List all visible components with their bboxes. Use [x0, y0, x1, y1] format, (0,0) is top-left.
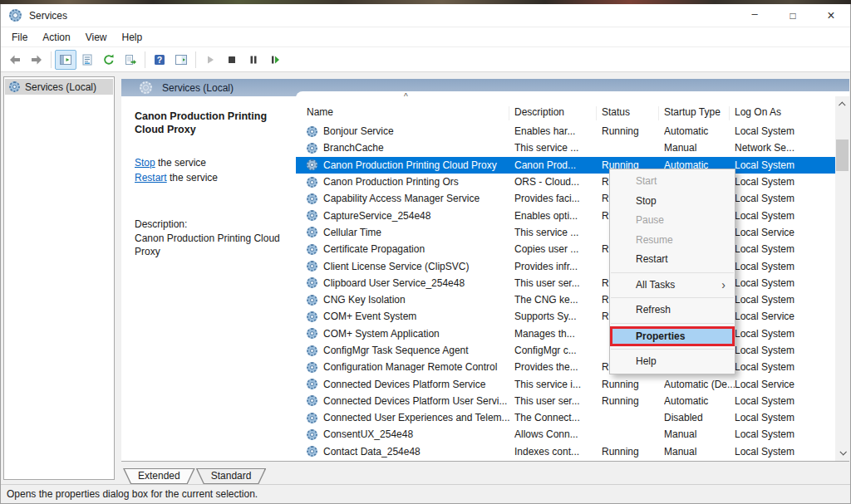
context-menu-item-properties[interactable]: Properties: [610, 326, 735, 346]
service-name-cell: Clipboard User Service_254e48: [307, 277, 514, 289]
table-row[interactable]: Connected User Experiences and Telem...T…: [296, 409, 835, 426]
service-name-cell: Connected Devices Platform Service: [307, 379, 514, 390]
service-gear-icon: [307, 210, 317, 221]
scroll-down-arrow-icon[interactable]: [835, 446, 849, 459]
service-status-cell: Running: [602, 446, 664, 458]
service-log-on-as-cell: Local System: [735, 210, 835, 222]
table-row[interactable]: Client License Service (ClipSVC)Provides…: [296, 257, 835, 274]
show-console-tree-icon[interactable]: [55, 50, 76, 70]
window-title: Services: [29, 10, 67, 22]
service-name-cell: Contact Data_254e48: [307, 446, 514, 458]
service-description-cell: Manages th...: [514, 328, 602, 340]
menu-bar: FileActionViewHelp: [1, 27, 850, 47]
refresh-icon[interactable]: [98, 50, 120, 70]
table-row[interactable]: CaptureService_254e48Enables opti...Runn…: [296, 207, 835, 223]
menu-help[interactable]: Help: [115, 29, 150, 46]
context-menu-item-all-tasks[interactable]: All Tasks›: [610, 276, 735, 296]
service-log-on-as-cell: Local System: [735, 125, 835, 137]
table-row[interactable]: Contact Data_254e48Indexes cont...Runnin…: [296, 443, 835, 460]
service-gear-icon: [307, 429, 317, 440]
column-header-description[interactable]: Description: [514, 91, 602, 123]
menu-separator: [611, 297, 734, 298]
column-header-name[interactable]: Name: [307, 91, 514, 123]
show-action-pane-icon[interactable]: [170, 50, 192, 70]
service-name-cell: ConfigMgr Task Sequence Agent: [307, 345, 514, 356]
menu-view[interactable]: View: [78, 29, 115, 46]
menu-separator: [611, 323, 734, 324]
description-text: Canon Production Printing Cloud Proxy: [135, 232, 293, 258]
service-gear-icon: [307, 193, 317, 204]
minimize-button[interactable]: –: [735, 4, 774, 27]
properties-doc-icon[interactable]: [76, 50, 98, 70]
table-row[interactable]: Connected Devices Platform User Servi...…: [296, 393, 835, 409]
service-gear-icon: [307, 379, 317, 389]
service-log-on-as-cell: Local Service: [735, 227, 835, 238]
context-menu-item-help[interactable]: Help: [610, 352, 735, 372]
column-header-status[interactable]: Status: [602, 91, 664, 123]
service-log-on-as-cell: Local System: [735, 193, 835, 204]
scroll-up-arrow-icon[interactable]: [835, 98, 849, 111]
service-log-on-as-cell: Local System: [735, 345, 835, 356]
table-row[interactable]: Cellular TimeThis service ...Local Servi…: [296, 224, 835, 241]
column-header-log-on-as[interactable]: Log On As: [735, 91, 849, 123]
context-menu-item-restart[interactable]: Restart: [610, 250, 735, 270]
table-row[interactable]: Connected Devices Platform ServiceThis s…: [296, 375, 835, 392]
console-tree-panel: Services (Local): [3, 76, 115, 480]
service-gear-icon: [307, 345, 317, 356]
service-log-on-as-cell: Local System: [735, 159, 835, 171]
table-row[interactable]: Capability Access Manager ServiceProvide…: [296, 190, 835, 207]
service-description-cell: Provides faci...: [514, 193, 602, 204]
service-description-cell: This service ...: [514, 227, 602, 238]
service-description-cell: Copies user ...: [514, 243, 602, 255]
restart-service-row: Restart the service: [135, 172, 286, 183]
vertical-scrollbar[interactable]: [835, 96, 849, 461]
svg-text:?: ?: [157, 55, 162, 65]
scrollbar-thumb[interactable]: [836, 139, 849, 171]
table-row[interactable]: BranchCacheThis service ...ManualNetwork…: [296, 139, 835, 156]
service-log-on-as-cell: Local System: [735, 243, 835, 255]
tab-extended[interactable]: Extended: [123, 468, 195, 484]
table-row[interactable]: Configuration Manager Remote ControlProv…: [296, 359, 835, 375]
description-label: Description:: [135, 218, 286, 230]
stop-service-icon[interactable]: [221, 50, 243, 70]
table-row[interactable]: CoreMessaging: [296, 460, 835, 461]
status-text: Opens the properties dialog box for the …: [7, 488, 258, 500]
band-title: Services (Local): [162, 82, 234, 94]
tab-standard[interactable]: Standard: [196, 468, 267, 484]
pause-service-icon[interactable]: [243, 50, 264, 70]
service-gear-icon: [307, 261, 317, 272]
table-row[interactable]: Canon Production Printing Cloud ProxyCan…: [296, 157, 835, 174]
context-menu-item-refresh[interactable]: Refresh: [610, 301, 735, 321]
column-header-startup-type[interactable]: Startup Type: [664, 91, 735, 123]
services-list: Bonjour ServiceEnables har...RunningAuto…: [296, 123, 835, 461]
menu-action[interactable]: Action: [35, 29, 77, 46]
restart-service-icon[interactable]: [264, 50, 286, 70]
help-icon[interactable]: ?: [149, 50, 170, 70]
service-description-cell: Indexes cont...: [514, 446, 602, 458]
table-row[interactable]: Clipboard User Service_254e48This user s…: [296, 275, 835, 291]
restart-service-suffix: the service: [167, 172, 218, 183]
table-row[interactable]: Certificate PropagationCopies user ...Ru…: [296, 241, 835, 257]
table-row[interactable]: Bonjour ServiceEnables har...RunningAuto…: [296, 123, 835, 139]
tree-item-services-local[interactable]: Services (Local): [5, 79, 113, 95]
table-row[interactable]: Canon Production Printing OrsORS - Cloud…: [296, 174, 835, 190]
table-row[interactable]: ConfigMgr Task Sequence AgentConfigMgr c…: [296, 342, 835, 359]
table-row[interactable]: COM+ System ApplicationManages th...Loca…: [296, 325, 835, 342]
service-gear-icon: [307, 244, 317, 255]
context-menu-item-stop[interactable]: Stop: [610, 192, 735, 212]
table-row[interactable]: CNG Key IsolationThe CNG ke...RunningLoc…: [296, 291, 835, 308]
selected-service-title: Canon Production Printing Cloud Proxy: [135, 110, 293, 137]
maximize-button[interactable]: □: [774, 4, 812, 27]
service-description-cell: ConfigMgr c...: [514, 345, 602, 356]
menu-separator: [611, 349, 734, 350]
close-button[interactable]: ×: [812, 4, 850, 27]
table-row[interactable]: COM+ Event SystemSupports Sy...RunningLo…: [296, 308, 835, 325]
service-name-cell: COM+ System Application: [307, 328, 514, 340]
export-list-icon[interactable]: [120, 50, 141, 70]
service-gear-icon: [307, 328, 317, 339]
table-row[interactable]: ConsentUX_254e48Allows Conn...ManualLoca…: [296, 426, 835, 443]
stop-service-link[interactable]: Stop: [135, 157, 155, 169]
restart-service-link[interactable]: Restart: [135, 172, 167, 183]
service-log-on-as-cell: Local System: [735, 277, 835, 289]
menu-file[interactable]: File: [4, 29, 35, 46]
